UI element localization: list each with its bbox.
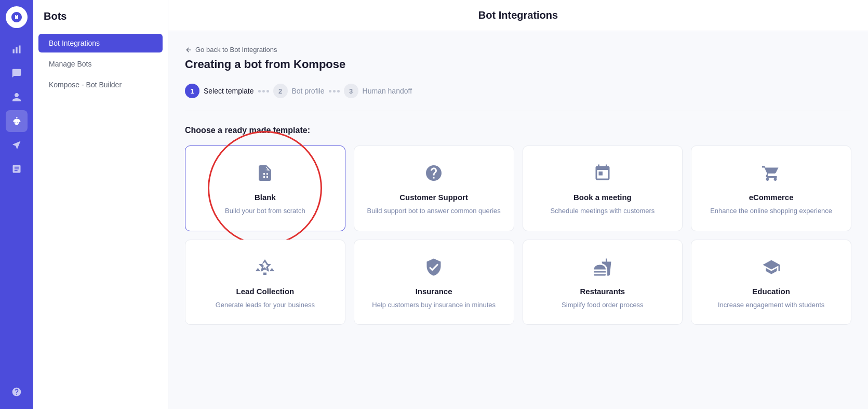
step-1-label: Select template — [204, 87, 254, 95]
breadcrumb[interactable]: Go back to Bot Integrations — [185, 46, 851, 54]
sidebar-item-manage-bots[interactable]: Manage Bots — [38, 55, 163, 73]
blank-card-title: Blank — [255, 193, 276, 202]
template-card-education[interactable]: Education Increase engagement with stude… — [691, 240, 851, 325]
main-header: Bot Integrations — [168, 0, 868, 31]
step-2-label: Bot profile — [292, 87, 325, 95]
step-1: 1 Select template — [185, 84, 254, 98]
sidebar-icon-help[interactable] — [6, 381, 28, 403]
template-card-blank[interactable]: Blank Build your bot from scratch — [185, 146, 345, 231]
blank-card-desc: Build your bot from scratch — [225, 206, 305, 216]
template-card-insurance[interactable]: Insurance Help customers buy insurance i… — [354, 240, 514, 325]
restaurants-icon — [590, 255, 615, 280]
sidebar-title: Bots — [33, 10, 168, 33]
ecommerce-desc: Enhance the online shopping experience — [710, 206, 832, 216]
step-2-number: 2 — [273, 84, 288, 98]
logo-icon — [10, 11, 23, 23]
book-meeting-title: Book a meeting — [573, 193, 632, 202]
sidebar-item-bot-integrations[interactable]: Bot Integrations — [38, 34, 163, 52]
svg-marker-7 — [256, 268, 260, 271]
svg-point-0 — [15, 16, 18, 19]
step-dots-1 — [258, 90, 269, 93]
sidebar-icon-reports[interactable] — [6, 38, 28, 60]
book-meeting-icon — [590, 161, 615, 186]
sidebar: Bots Bot Integrations Manage Bots Kompos… — [33, 0, 168, 409]
step-1-number: 1 — [185, 84, 199, 98]
template-card-customer-support[interactable]: Customer Support Build support bot to an… — [354, 146, 514, 231]
customer-support-icon — [421, 161, 446, 186]
svg-rect-3 — [19, 46, 20, 54]
template-card-ecommerce[interactable]: eCommerce Enhance the online shopping ex… — [691, 146, 851, 231]
book-meeting-desc: Schedule meetings with customers — [550, 206, 655, 216]
dot — [337, 90, 340, 93]
lead-collection-desc: Generate leads for your business — [216, 300, 315, 310]
restaurants-title: Restaurants — [580, 287, 625, 296]
svg-rect-2 — [16, 47, 17, 54]
icon-bar — [0, 0, 33, 409]
back-icon — [185, 46, 192, 54]
page-title: Creating a bot from Kompose — [185, 58, 851, 71]
app-logo — [6, 6, 28, 28]
template-card-lead-collection[interactable]: Lead Collection Generate leads for your … — [185, 240, 345, 325]
blank-selection-circle — [208, 131, 322, 245]
step-3-label: Human handoff — [363, 87, 412, 95]
lead-collection-title: Lead Collection — [236, 287, 295, 296]
svg-rect-1 — [13, 49, 15, 54]
restaurants-desc: Simplify food order process — [562, 300, 644, 310]
sidebar-icon-messages[interactable] — [6, 62, 28, 84]
blank-card-icon — [252, 161, 277, 186]
dot — [333, 90, 336, 93]
customer-support-title: Customer Support — [399, 193, 468, 202]
template-section-title: Choose a ready made template: — [185, 126, 851, 135]
main-area: Bot Integrations Go back to Bot Integrat… — [168, 0, 868, 409]
template-grid: Blank Build your bot from scratch Custom… — [185, 146, 851, 325]
sidebar-icon-campaigns[interactable] — [6, 134, 28, 156]
template-card-restaurants[interactable]: Restaurants Simplify food order process — [523, 240, 683, 325]
lead-collection-icon — [252, 255, 277, 280]
step-dots-2 — [329, 90, 340, 93]
sidebar-icon-bots[interactable] — [6, 110, 28, 132]
dot — [262, 90, 265, 93]
step-3-number: 3 — [344, 84, 358, 98]
ecommerce-icon — [759, 161, 784, 186]
sidebar-icon-notes[interactable] — [6, 158, 28, 180]
sidebar-item-kompose[interactable]: Kompose - Bot Builder — [38, 75, 163, 94]
insurance-icon — [421, 255, 446, 280]
education-desc: Increase engagement with students — [718, 300, 824, 310]
svg-marker-8 — [270, 268, 274, 271]
insurance-desc: Help customers buy insurance in minutes — [372, 300, 496, 310]
svg-rect-9 — [263, 272, 266, 275]
customer-support-desc: Build support bot to answer common queri… — [367, 206, 501, 216]
template-card-book-meeting[interactable]: Book a meeting Schedule meetings with cu… — [523, 146, 683, 231]
education-icon — [759, 255, 784, 280]
education-title: Education — [752, 287, 790, 296]
dot — [266, 90, 269, 93]
stepper: 1 Select template 2 Bot profile 3 Human … — [185, 84, 851, 111]
step-3: 3 Human handoff — [344, 84, 412, 98]
step-2: 2 Bot profile — [273, 84, 325, 98]
ecommerce-title: eCommerce — [749, 193, 794, 202]
sidebar-icon-contacts[interactable] — [6, 86, 28, 108]
insurance-title: Insurance — [416, 287, 452, 296]
content-area: Go back to Bot Integrations Creating a b… — [168, 31, 868, 409]
dot — [329, 90, 331, 93]
dot — [258, 90, 261, 93]
main-title: Bot Integrations — [478, 9, 558, 21]
